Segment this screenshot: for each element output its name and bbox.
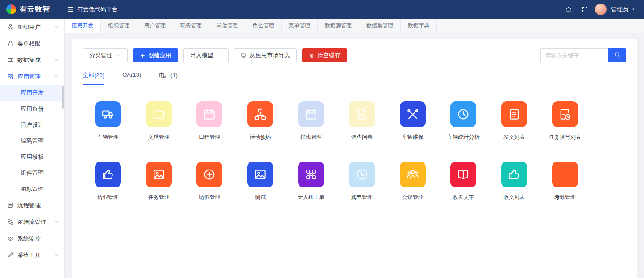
tab-datasource-manage[interactable]: 数据源管理 (318, 19, 359, 33)
app-tile (501, 162, 527, 187)
chevron-down-icon (54, 58, 59, 62)
app-tile (146, 101, 172, 127)
search-box (540, 48, 626, 62)
app-tile (247, 101, 273, 127)
sidebar-item-label: 流程管理 (17, 202, 41, 210)
app-vehicle-management[interactable]: 车辆管理 (83, 101, 133, 141)
filter-all[interactable]: 全部(20) (83, 71, 104, 85)
image-icon (253, 168, 267, 181)
system-tools-icon (7, 252, 14, 258)
app-test[interactable]: 测试 (235, 162, 286, 201)
tab-data-dict[interactable]: 数据字典 (401, 19, 437, 33)
sidebar-subitem-component-management[interactable]: 组件管理 (0, 165, 64, 181)
app-leave-management-1[interactable]: 请假管理 (83, 162, 133, 201)
sidebar-item-system-tools[interactable]: 系统工具 (0, 247, 64, 263)
app-document-management[interactable]: 文档管理 (133, 101, 184, 141)
app-task-management[interactable]: 任务管理 (133, 162, 184, 201)
home-icon[interactable] (563, 4, 574, 15)
page: 分类管理 创建应用 导入模型 从应用市场 (65, 33, 644, 278)
clear-cache-button[interactable]: 清空缓存 (302, 48, 347, 62)
create-app-label: 创建应用 (148, 51, 171, 59)
sidebar-item-app-management[interactable]: 应用管理 (0, 68, 64, 85)
app-dispatch-list[interactable]: 发文列表 (489, 101, 540, 141)
sidebar-subitem-code-management[interactable]: 编码管理 (0, 133, 64, 149)
search-button[interactable] (608, 48, 626, 62)
data-integration-icon (7, 57, 14, 63)
sidebar-item-data-integration[interactable]: 数据集成 (0, 52, 64, 68)
thumb-up-icon (101, 168, 115, 181)
tab-menu-manage[interactable]: 菜单管理 (282, 19, 318, 33)
category-manage-label: 分类管理 (89, 51, 112, 59)
import-model-label: 导入模型 (190, 51, 213, 59)
sidebar-item-process-management[interactable]: 流程管理 (0, 197, 64, 214)
app-tile (298, 101, 324, 127)
app-attendance-management[interactable]: 考勤管理 (540, 162, 590, 201)
app-label: 请假管理 (97, 194, 119, 201)
app-shift-management[interactable]: 排班管理 (286, 101, 337, 141)
main: 组织用户菜单权限数据集成应用管理应用开发应用备份门户设计编码管理应用模板组件管理… (0, 19, 644, 278)
content-card: 分类管理 创建应用 导入模型 从应用市场 (72, 39, 637, 278)
tab-dataset-manage[interactable]: 数据集管理 (359, 19, 401, 33)
app-power-purchase[interactable]: 购电管理 (337, 162, 387, 201)
clear-cache-label: 清空缓存 (317, 51, 341, 59)
app-document-dispatch[interactable]: 收发文书 (438, 162, 489, 201)
sitemap-icon (253, 108, 267, 121)
fullscreen-icon[interactable] (579, 4, 590, 15)
app-tile (95, 101, 121, 127)
sidebar-subitem-app-dev[interactable]: 应用开发 (0, 85, 64, 101)
tab-user-manage[interactable]: 用户管理 (137, 19, 173, 33)
filter-power-plant[interactable]: 电厂(1) (159, 71, 178, 85)
tab-post-manage[interactable]: 岗位管理 (209, 19, 245, 33)
category-manage-button[interactable]: 分类管理 (83, 48, 128, 62)
app-vehicle-maintenance[interactable]: 车辆维保 (387, 101, 438, 141)
app-activity-booking[interactable]: 活动预约 (235, 101, 286, 141)
sidebar-item-org-users[interactable]: 组织用户 (0, 19, 64, 35)
sidebar-item-logic-flow-management[interactable]: 逻辑流管理 (0, 214, 64, 230)
sidebar-scrollbar[interactable] (62, 86, 64, 109)
filter-oa[interactable]: OA(13) (122, 71, 141, 85)
app-vehicle-statistics[interactable]: 车辆统计分析 (438, 101, 489, 141)
tab-role-manage[interactable]: 角色管理 (245, 19, 282, 33)
tab-org-manage[interactable]: 组织管理 (101, 19, 137, 33)
tab-app-dev[interactable]: 应用开发 (65, 19, 101, 33)
create-app-button[interactable]: 创建应用 (133, 48, 178, 62)
app-survey[interactable]: 调查问卷 (337, 101, 387, 141)
caret-down-icon (631, 7, 636, 12)
blank-icon (558, 168, 572, 181)
app-meeting-management[interactable]: 会议管理 (387, 162, 438, 201)
tab-duty-manage[interactable]: 职务管理 (173, 19, 209, 33)
app-label: 调查问卷 (351, 133, 373, 141)
app-tile (450, 162, 476, 187)
app-tile (450, 101, 476, 127)
app-label: 日程管理 (199, 133, 220, 141)
meeting-icon (406, 168, 420, 181)
app-schedule-management[interactable]: 日程管理 (184, 101, 235, 141)
user-avatar[interactable] (595, 4, 607, 15)
market-import-button[interactable]: 从应用市场导入 (234, 48, 297, 62)
app-label: 收文列表 (503, 194, 525, 201)
org-users-icon (7, 24, 14, 30)
sidebar-subitem-portal-design[interactable]: 门户设计 (0, 117, 64, 133)
search-input[interactable] (540, 48, 608, 62)
app-label: 购电管理 (351, 194, 373, 201)
collapse-sidebar-icon[interactable] (65, 4, 76, 15)
sidebar-subitem-app-template[interactable]: 应用模板 (0, 149, 64, 165)
topbar: 有云数智 有云低代码平台 管理员 (0, 0, 644, 19)
import-model-button[interactable]: 导入模型 (183, 48, 229, 62)
platform-title: 有云低代码平台 (77, 5, 118, 13)
drone-icon (304, 168, 318, 181)
process-manage-icon (7, 202, 14, 209)
user-name[interactable]: 管理员 (611, 5, 628, 13)
app-drone-workorder[interactable]: 无人机工单 (286, 162, 337, 201)
app-task-fill-list[interactable]: 任务填写列表 (540, 101, 590, 141)
app-leave-management-2[interactable]: 请假管理 (184, 162, 235, 201)
sidebar-item-system-monitor[interactable]: 系统监控 (0, 230, 64, 247)
logo-text: 有云数智 (20, 5, 50, 14)
sidebar-item-menu-permission[interactable]: 菜单权限 (0, 35, 64, 52)
market-import-label: 从应用市场导入 (249, 51, 290, 59)
chevron-down-icon (217, 53, 222, 58)
app-received-list[interactable]: 收文列表 (489, 162, 540, 201)
app-tile (196, 162, 222, 187)
sidebar-subitem-icon-management[interactable]: 图标管理 (0, 181, 64, 197)
sidebar-subitem-app-backup[interactable]: 应用备份 (0, 101, 64, 117)
